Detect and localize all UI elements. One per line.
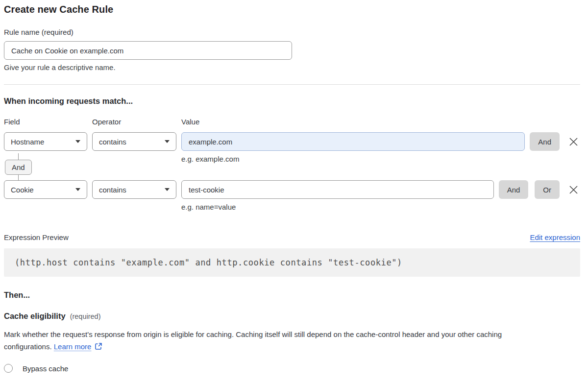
radio-button-icon xyxy=(4,364,13,373)
create-cache-rule-page: Create new Cache Rule Rule name (require… xyxy=(0,0,588,384)
expression-preview-header: Expression Preview Edit expression xyxy=(4,233,580,241)
field-select-row1-value: Hostname xyxy=(11,138,44,146)
chevron-down-icon xyxy=(165,140,170,143)
chevron-down-icon xyxy=(75,140,80,143)
description-line1: Mark whether the request’s response from… xyxy=(4,330,502,338)
radio-option-bypass-cache[interactable]: Bypass cache xyxy=(4,364,580,373)
operator-column-label: Operator xyxy=(92,118,176,126)
description-line2: configurations. xyxy=(4,342,52,351)
match-heading: When incoming requests match... xyxy=(4,96,580,106)
condition-row-2: Cookie contains e.g. name=value And Or xyxy=(4,180,580,211)
close-icon xyxy=(569,137,578,146)
field-column-label: Field xyxy=(4,118,87,126)
operator-select-row2-value: contains xyxy=(99,186,126,194)
operator-select-row1-value: contains xyxy=(99,138,126,146)
close-icon xyxy=(569,185,578,194)
operator-select-row2[interactable]: contains xyxy=(92,180,176,199)
remove-condition-button-row1[interactable] xyxy=(566,132,580,151)
value-hint-row1: e.g. example.com xyxy=(181,155,525,163)
rule-name-label: Rule name (required) xyxy=(4,28,580,36)
operator-select-row1[interactable]: contains xyxy=(92,132,176,151)
expression-code: (http.host contains "example.com" and ht… xyxy=(15,258,569,267)
value-input-row2[interactable] xyxy=(181,180,494,199)
then-heading: Then... xyxy=(4,290,580,300)
external-link-icon xyxy=(95,342,102,350)
connector-and-button[interactable]: And xyxy=(5,160,32,175)
value-cell-row2: e.g. name=value xyxy=(181,180,494,211)
cache-eligibility-heading: Cache eligibility (required) xyxy=(4,312,580,321)
section-divider xyxy=(4,84,580,85)
value-column-label: Value xyxy=(181,118,575,126)
radio-label: Bypass cache xyxy=(23,364,68,373)
field-select-row1[interactable]: Hostname xyxy=(4,132,87,151)
edit-expression-link[interactable]: Edit expression xyxy=(530,233,580,241)
chevron-down-icon xyxy=(165,188,170,191)
learn-more-link[interactable]: Learn more xyxy=(54,342,92,351)
condition-row-1: Hostname contains e.g. example.com And xyxy=(4,132,580,163)
add-and-condition-button-row1[interactable]: And xyxy=(530,132,560,151)
cache-eligibility-options: Bypass cache Eligible for cache xyxy=(4,364,580,384)
condition-column-labels: Field Operator Value xyxy=(4,118,580,126)
cache-eligibility-title: Cache eligibility xyxy=(4,312,66,321)
rule-name-help: Give your rule a descriptive name. xyxy=(4,63,580,72)
required-note: (required) xyxy=(70,312,101,320)
add-and-condition-button-row2[interactable]: And xyxy=(499,180,529,199)
value-cell-row1: e.g. example.com xyxy=(181,132,525,163)
expression-preview-label: Expression Preview xyxy=(4,233,69,241)
field-select-row2-value: Cookie xyxy=(11,186,34,194)
page-title: Create new Cache Rule xyxy=(4,4,580,15)
field-select-row2[interactable]: Cookie xyxy=(4,180,87,199)
remove-condition-button-row2[interactable] xyxy=(566,180,580,199)
cache-eligibility-description: Mark whether the request’s response from… xyxy=(4,328,580,353)
expression-preview-box: (http.host contains "example.com" and ht… xyxy=(4,248,580,277)
row1-actions: And xyxy=(530,132,580,151)
add-or-condition-button-row2[interactable]: Or xyxy=(535,180,560,199)
row2-actions: And Or xyxy=(499,180,580,199)
value-input-row1[interactable] xyxy=(181,132,525,151)
rule-name-input[interactable] xyxy=(4,41,292,60)
value-hint-row2: e.g. name=value xyxy=(181,203,494,211)
chevron-down-icon xyxy=(75,188,80,191)
